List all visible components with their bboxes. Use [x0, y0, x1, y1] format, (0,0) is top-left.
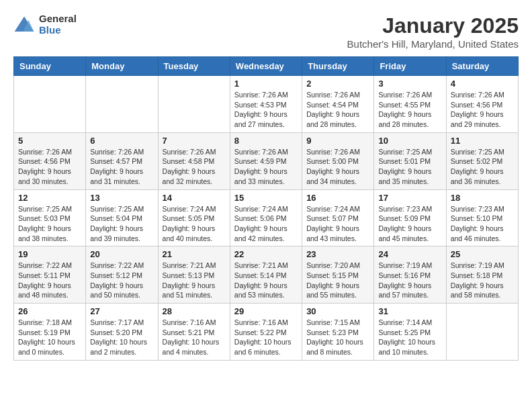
calendar-cell: 4Sunrise: 7:26 AM Sunset: 4:56 PM Daylig…: [446, 76, 518, 133]
day-info: Sunrise: 7:19 AM Sunset: 5:18 PM Dayligh…: [451, 261, 514, 300]
calendar-cell: 22Sunrise: 7:21 AM Sunset: 5:14 PM Dayli…: [230, 246, 302, 304]
day-info: Sunrise: 7:26 AM Sunset: 4:57 PM Dayligh…: [90, 147, 153, 187]
day-info: Sunrise: 7:23 AM Sunset: 5:10 PM Dayligh…: [451, 204, 514, 244]
day-info: Sunrise: 7:21 AM Sunset: 5:14 PM Dayligh…: [234, 261, 298, 300]
day-info: Sunrise: 7:26 AM Sunset: 4:55 PM Dayligh…: [378, 90, 441, 130]
day-info: Sunrise: 7:26 AM Sunset: 4:56 PM Dayligh…: [18, 147, 81, 187]
day-number: 30: [306, 306, 369, 316]
calendar-cell: 19Sunrise: 7:22 AM Sunset: 5:11 PM Dayli…: [14, 246, 86, 304]
calendar-cell: 26Sunrise: 7:18 AM Sunset: 5:19 PM Dayli…: [14, 304, 86, 361]
day-info: Sunrise: 7:25 AM Sunset: 5:04 PM Dayligh…: [90, 204, 153, 244]
day-number: 16: [306, 193, 369, 203]
calendar-cell: 3Sunrise: 7:26 AM Sunset: 4:55 PM Daylig…: [374, 76, 446, 133]
day-number: 15: [234, 193, 298, 203]
calendar-cell: 12Sunrise: 7:25 AM Sunset: 5:03 PM Dayli…: [14, 189, 86, 246]
day-info: Sunrise: 7:23 AM Sunset: 5:09 PM Dayligh…: [378, 204, 441, 244]
calendar-cell: 15Sunrise: 7:24 AM Sunset: 5:06 PM Dayli…: [230, 189, 302, 246]
calendar-cell: 24Sunrise: 7:19 AM Sunset: 5:16 PM Dayli…: [374, 246, 446, 304]
day-info: Sunrise: 7:15 AM Sunset: 5:23 PM Dayligh…: [306, 318, 369, 357]
day-number: 1: [234, 79, 298, 89]
calendar-cell: 29Sunrise: 7:16 AM Sunset: 5:22 PM Dayli…: [230, 304, 302, 361]
day-number: 29: [234, 306, 298, 316]
calendar-cell: 17Sunrise: 7:23 AM Sunset: 5:09 PM Dayli…: [374, 189, 446, 246]
calendar-cell: [86, 76, 158, 133]
calendar-cell: 16Sunrise: 7:24 AM Sunset: 5:07 PM Dayli…: [302, 189, 374, 246]
weekday-header-sunday: Sunday: [14, 57, 86, 76]
calendar-cell: [158, 76, 230, 133]
weekday-header-wednesday: Wednesday: [230, 57, 302, 76]
day-number: 17: [378, 193, 441, 203]
day-number: 10: [378, 136, 441, 146]
title-section: January 2025 Butcher's Hill, Maryland, U…: [347, 13, 519, 50]
day-number: 18: [451, 193, 514, 203]
day-info: Sunrise: 7:26 AM Sunset: 4:56 PM Dayligh…: [451, 90, 514, 130]
calendar-cell: 20Sunrise: 7:22 AM Sunset: 5:12 PM Dayli…: [86, 246, 158, 304]
weekday-header-saturday: Saturday: [446, 57, 518, 76]
calendar-cell: 23Sunrise: 7:20 AM Sunset: 5:15 PM Dayli…: [302, 246, 374, 304]
day-number: 14: [163, 193, 226, 203]
day-number: 26: [18, 306, 81, 316]
day-info: Sunrise: 7:24 AM Sunset: 5:07 PM Dayligh…: [306, 204, 369, 244]
day-number: 12: [18, 193, 81, 203]
day-info: Sunrise: 7:25 AM Sunset: 5:02 PM Dayligh…: [451, 147, 514, 187]
calendar-table: SundayMondayTuesdayWednesdayThursdayFrid…: [13, 56, 519, 361]
calendar-cell: 18Sunrise: 7:23 AM Sunset: 5:10 PM Dayli…: [446, 189, 518, 246]
day-number: 27: [90, 306, 153, 316]
calendar-cell: 31Sunrise: 7:14 AM Sunset: 5:25 PM Dayli…: [374, 304, 446, 361]
day-info: Sunrise: 7:21 AM Sunset: 5:13 PM Dayligh…: [163, 261, 226, 300]
logo-blue: Blue: [39, 25, 77, 36]
day-info: Sunrise: 7:20 AM Sunset: 5:15 PM Dayligh…: [306, 261, 369, 300]
day-number: 31: [378, 306, 441, 316]
day-info: Sunrise: 7:16 AM Sunset: 5:22 PM Dayligh…: [234, 318, 298, 357]
header-section: General Blue January 2025 Butcher's Hill…: [13, 13, 519, 50]
day-number: 25: [451, 249, 514, 259]
calendar-cell: 21Sunrise: 7:21 AM Sunset: 5:13 PM Dayli…: [158, 246, 230, 304]
day-info: Sunrise: 7:25 AM Sunset: 5:03 PM Dayligh…: [18, 204, 81, 244]
logo: General Blue: [13, 13, 77, 36]
calendar-cell: 25Sunrise: 7:19 AM Sunset: 5:18 PM Dayli…: [446, 246, 518, 304]
day-info: Sunrise: 7:26 AM Sunset: 4:53 PM Dayligh…: [234, 90, 298, 130]
calendar-cell: 11Sunrise: 7:25 AM Sunset: 5:02 PM Dayli…: [446, 132, 518, 189]
calendar-cell: 1Sunrise: 7:26 AM Sunset: 4:53 PM Daylig…: [230, 76, 302, 133]
calendar-cell: 9Sunrise: 7:26 AM Sunset: 5:00 PM Daylig…: [302, 132, 374, 189]
calendar-cell: 13Sunrise: 7:25 AM Sunset: 5:04 PM Dayli…: [86, 189, 158, 246]
calendar-cell: 7Sunrise: 7:26 AM Sunset: 4:58 PM Daylig…: [158, 132, 230, 189]
calendar-cell: 10Sunrise: 7:25 AM Sunset: 5:01 PM Dayli…: [374, 132, 446, 189]
day-number: 7: [163, 136, 226, 146]
calendar-title: January 2025: [347, 13, 519, 38]
day-info: Sunrise: 7:26 AM Sunset: 4:59 PM Dayligh…: [234, 147, 298, 187]
day-info: Sunrise: 7:26 AM Sunset: 4:58 PM Dayligh…: [163, 147, 226, 187]
weekday-header-thursday: Thursday: [302, 57, 374, 76]
day-number: 24: [378, 249, 441, 259]
day-number: 13: [90, 193, 153, 203]
day-info: Sunrise: 7:25 AM Sunset: 5:01 PM Dayligh…: [378, 147, 441, 187]
weekday-header-monday: Monday: [86, 57, 158, 76]
day-number: 3: [378, 79, 441, 89]
calendar-cell: 28Sunrise: 7:16 AM Sunset: 5:21 PM Dayli…: [158, 304, 230, 361]
day-info: Sunrise: 7:22 AM Sunset: 5:11 PM Dayligh…: [18, 261, 81, 300]
day-info: Sunrise: 7:22 AM Sunset: 5:12 PM Dayligh…: [90, 261, 153, 300]
weekday-header-tuesday: Tuesday: [158, 57, 230, 76]
calendar-cell: 6Sunrise: 7:26 AM Sunset: 4:57 PM Daylig…: [86, 132, 158, 189]
day-info: Sunrise: 7:26 AM Sunset: 5:00 PM Dayligh…: [306, 147, 369, 187]
day-number: 4: [451, 79, 514, 89]
day-number: 9: [306, 136, 369, 146]
day-number: 8: [234, 136, 298, 146]
day-info: Sunrise: 7:14 AM Sunset: 5:25 PM Dayligh…: [378, 318, 441, 357]
calendar-subtitle: Butcher's Hill, Maryland, United States: [347, 38, 519, 50]
day-number: 22: [234, 249, 298, 259]
logo-general: General: [39, 13, 77, 25]
day-number: 19: [18, 249, 81, 259]
day-info: Sunrise: 7:16 AM Sunset: 5:21 PM Dayligh…: [163, 318, 226, 357]
day-number: 23: [306, 249, 369, 259]
day-number: 28: [163, 306, 226, 316]
calendar-cell: [446, 304, 518, 361]
day-number: 11: [451, 136, 514, 146]
calendar-cell: 30Sunrise: 7:15 AM Sunset: 5:23 PM Dayli…: [302, 304, 374, 361]
day-info: Sunrise: 7:18 AM Sunset: 5:19 PM Dayligh…: [18, 318, 81, 357]
day-number: 6: [90, 136, 153, 146]
day-number: 5: [18, 136, 81, 146]
day-number: 2: [306, 79, 369, 89]
calendar-cell: 14Sunrise: 7:24 AM Sunset: 5:05 PM Dayli…: [158, 189, 230, 246]
day-info: Sunrise: 7:26 AM Sunset: 4:54 PM Dayligh…: [306, 90, 369, 130]
